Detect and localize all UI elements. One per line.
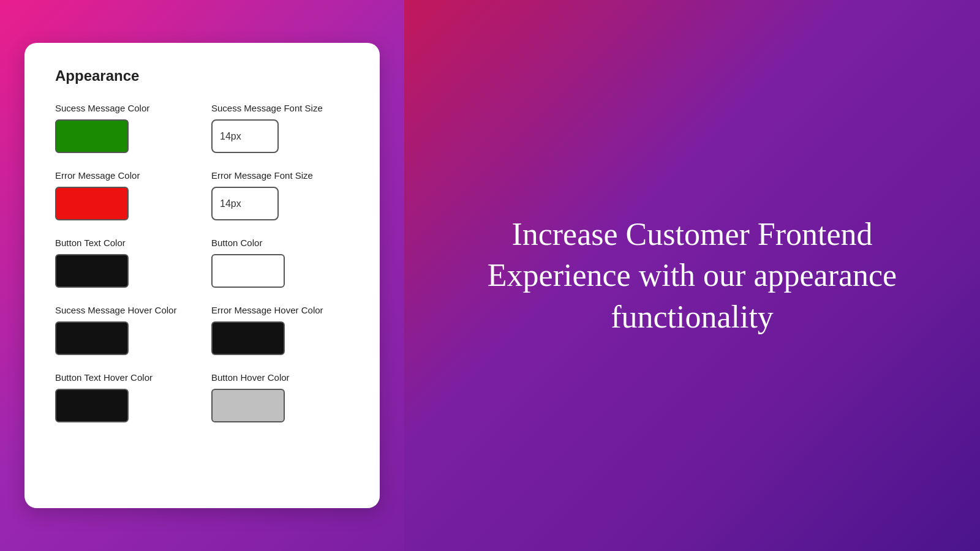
button-text-color-swatch[interactable] — [55, 254, 129, 288]
button-color-item: Button Color — [211, 238, 349, 288]
error-message-color-item: Error Message Color — [55, 170, 193, 220]
error-message-color-swatch[interactable] — [55, 187, 129, 220]
success-message-font-size-input[interactable] — [211, 119, 279, 153]
button-hover-color-label: Button Hover Color — [211, 372, 349, 383]
success-message-hover-color-swatch[interactable] — [55, 321, 129, 355]
left-panel: Appearance Sucess Message Color Sucess M… — [0, 0, 404, 551]
error-message-hover-color-item: Error Message Hover Color — [211, 305, 349, 355]
button-text-color-item: Button Text Color — [55, 238, 193, 288]
button-text-hover-color-item: Button Text Hover Color — [55, 372, 193, 422]
success-message-color-swatch[interactable] — [55, 119, 129, 153]
button-text-color-label: Button Text Color — [55, 238, 193, 248]
hero-text: Increase Customer Frontend Experience wi… — [441, 214, 943, 338]
error-message-font-size-item: Error Message Font Size — [211, 170, 349, 220]
button-hover-color-swatch[interactable] — [211, 389, 285, 422]
button-hover-color-item: Button Hover Color — [211, 372, 349, 422]
error-message-font-size-label: Error Message Font Size — [211, 170, 349, 181]
button-color-label: Button Color — [211, 238, 349, 248]
error-message-font-size-input[interactable] — [211, 187, 279, 220]
success-message-color-item: Sucess Message Color — [55, 103, 193, 153]
button-text-hover-color-label: Button Text Hover Color — [55, 372, 193, 383]
button-color-swatch[interactable] — [211, 254, 285, 288]
error-message-hover-color-swatch[interactable] — [211, 321, 285, 355]
error-message-color-label: Error Message Color — [55, 170, 193, 181]
success-message-font-size-label: Sucess Message Font Size — [211, 103, 349, 113]
success-message-hover-color-label: Sucess Message Hover Color — [55, 305, 193, 315]
right-panel: Increase Customer Frontend Experience wi… — [404, 0, 980, 551]
settings-grid: Sucess Message Color Sucess Message Font… — [55, 103, 349, 422]
appearance-card: Appearance Sucess Message Color Sucess M… — [24, 43, 380, 508]
button-text-hover-color-swatch[interactable] — [55, 389, 129, 422]
success-message-color-label: Sucess Message Color — [55, 103, 193, 113]
success-message-font-size-item: Sucess Message Font Size — [211, 103, 349, 153]
card-title: Appearance — [55, 67, 349, 84]
success-message-hover-color-item: Sucess Message Hover Color — [55, 305, 193, 355]
error-message-hover-color-label: Error Message Hover Color — [211, 305, 349, 315]
